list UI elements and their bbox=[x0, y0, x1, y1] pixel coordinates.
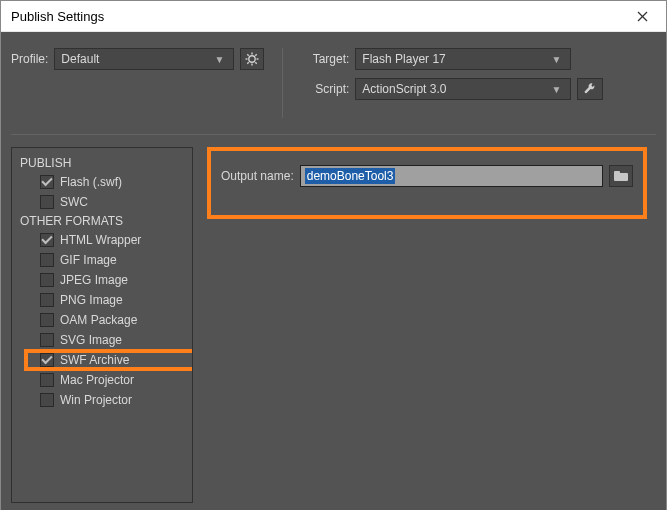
horizontal-divider bbox=[11, 134, 656, 135]
section-other: OTHER FORMATS bbox=[18, 212, 192, 230]
format-jpeg[interactable]: JPEG Image bbox=[18, 270, 192, 290]
checkbox-icon bbox=[40, 293, 54, 307]
format-swc[interactable]: SWC bbox=[18, 192, 192, 212]
format-label: HTML Wrapper bbox=[60, 233, 141, 247]
settings-panel: Output name: demoBoneTool3 bbox=[207, 147, 656, 503]
script-dropdown[interactable]: ActionScript 3.0 ▼ bbox=[355, 78, 571, 100]
close-icon bbox=[637, 11, 648, 22]
profile-dropdown[interactable]: Default ▼ bbox=[54, 48, 234, 70]
titlebar: Publish Settings bbox=[1, 1, 666, 32]
format-html-wrapper[interactable]: HTML Wrapper bbox=[18, 230, 192, 250]
output-name-value: demoBoneTool3 bbox=[305, 168, 396, 184]
output-name-group: Output name: demoBoneTool3 bbox=[207, 147, 647, 219]
target-value: Flash Player 17 bbox=[362, 52, 548, 66]
section-publish: PUBLISH bbox=[18, 154, 192, 172]
script-settings-button[interactable] bbox=[577, 78, 603, 100]
format-svg[interactable]: SVG Image bbox=[18, 330, 192, 350]
format-flash[interactable]: Flash (.swf) bbox=[18, 172, 192, 192]
svg-line-9 bbox=[256, 54, 257, 55]
close-button[interactable] bbox=[620, 1, 664, 31]
checkbox-icon bbox=[40, 313, 54, 327]
svg-point-2 bbox=[249, 56, 255, 62]
checkbox-icon bbox=[40, 253, 54, 267]
target-label: Target: bbox=[301, 52, 349, 66]
format-label: JPEG Image bbox=[60, 273, 128, 287]
checkbox-icon bbox=[40, 233, 54, 247]
script-label: Script: bbox=[301, 82, 349, 96]
script-row: Script: ActionScript 3.0 ▼ bbox=[301, 78, 603, 100]
format-label: OAM Package bbox=[60, 313, 137, 327]
svg-line-10 bbox=[248, 62, 249, 63]
format-label: PNG Image bbox=[60, 293, 123, 307]
chevron-down-icon: ▼ bbox=[211, 54, 227, 65]
format-label: Win Projector bbox=[60, 393, 132, 407]
checkbox-icon bbox=[40, 273, 54, 287]
profile-label: Profile: bbox=[11, 52, 48, 66]
dialog-content: Profile: Default ▼ bbox=[1, 32, 666, 510]
format-label: SVG Image bbox=[60, 333, 122, 347]
vertical-divider bbox=[282, 48, 283, 118]
profile-options-button[interactable] bbox=[240, 48, 264, 70]
checkbox-icon bbox=[40, 393, 54, 407]
format-png[interactable]: PNG Image bbox=[18, 290, 192, 310]
wrench-icon bbox=[583, 82, 597, 96]
top-row: Profile: Default ▼ bbox=[11, 48, 656, 118]
window-title: Publish Settings bbox=[11, 9, 620, 24]
format-mac-projector[interactable]: Mac Projector bbox=[18, 370, 192, 390]
checkbox-icon bbox=[40, 353, 54, 367]
svg-line-8 bbox=[256, 62, 257, 63]
target-dropdown[interactable]: Flash Player 17 ▼ bbox=[355, 48, 571, 70]
format-label: Flash (.swf) bbox=[60, 175, 122, 189]
checkbox-icon bbox=[40, 175, 54, 189]
target-script-group: Target: Flash Player 17 ▼ Script: Action… bbox=[301, 48, 603, 100]
svg-line-7 bbox=[248, 54, 249, 55]
format-label: SWC bbox=[60, 195, 88, 209]
output-name-input[interactable]: demoBoneTool3 bbox=[300, 165, 603, 187]
checkbox-icon bbox=[40, 195, 54, 209]
target-row: Target: Flash Player 17 ▼ bbox=[301, 48, 603, 70]
output-name-label: Output name: bbox=[221, 169, 294, 183]
chevron-down-icon: ▼ bbox=[548, 54, 564, 65]
format-win-projector[interactable]: Win Projector bbox=[18, 390, 192, 410]
chevron-down-icon: ▼ bbox=[548, 84, 564, 95]
profile-group: Profile: Default ▼ bbox=[11, 48, 264, 70]
profile-value: Default bbox=[61, 52, 211, 66]
format-label: SWF Archive bbox=[60, 353, 129, 367]
publish-settings-window: Publish Settings Profile: Default ▼ bbox=[0, 0, 667, 510]
browse-output-button[interactable] bbox=[609, 165, 633, 187]
folder-icon bbox=[614, 171, 628, 181]
format-gif[interactable]: GIF Image bbox=[18, 250, 192, 270]
checkbox-icon bbox=[40, 333, 54, 347]
gear-icon bbox=[245, 52, 259, 66]
format-label: Mac Projector bbox=[60, 373, 134, 387]
formats-sidebar: PUBLISH Flash (.swf) SWC OTHER FORMATS H… bbox=[11, 147, 193, 503]
format-swf-archive[interactable]: SWF Archive bbox=[18, 350, 192, 370]
main-row: PUBLISH Flash (.swf) SWC OTHER FORMATS H… bbox=[11, 147, 656, 503]
checkbox-icon bbox=[40, 373, 54, 387]
format-oam[interactable]: OAM Package bbox=[18, 310, 192, 330]
script-value: ActionScript 3.0 bbox=[362, 82, 548, 96]
format-label: GIF Image bbox=[60, 253, 117, 267]
